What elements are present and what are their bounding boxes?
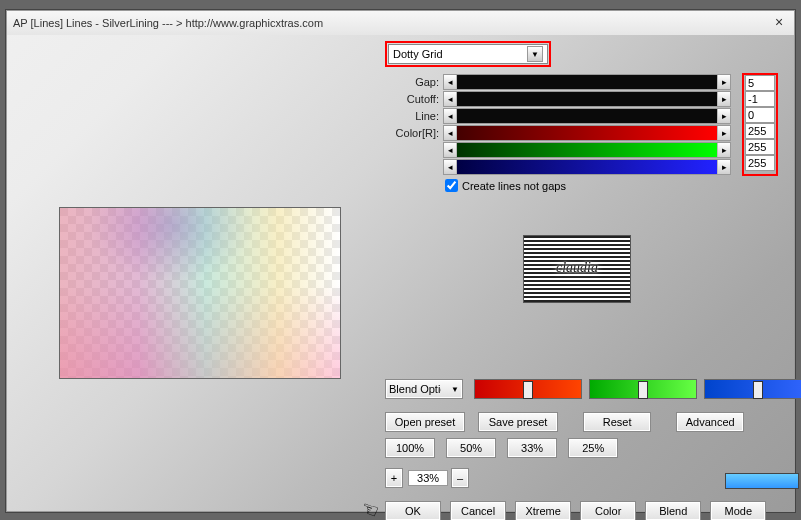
slider-thumb[interactable] [638,381,648,399]
value-color-r[interactable]: 255 [745,123,775,139]
arrow-right-icon[interactable]: ▸ [717,75,730,89]
value-line[interactable]: 0 [745,107,775,123]
pointer-icon: ☞ [357,495,382,520]
zoom-value[interactable]: 33% [408,470,448,486]
zoom-out-button[interactable]: – [451,468,469,488]
slider-color-r[interactable]: ◂ ▸ [443,125,731,141]
save-preset-button[interactable]: Save preset [478,412,558,432]
arrow-right-icon[interactable]: ▸ [717,160,730,174]
color-button[interactable]: Color [580,501,636,520]
slider-thumb[interactable] [753,381,763,399]
zoom-row: + 33% – [385,468,469,488]
pct-50-button[interactable]: 50% [446,438,496,458]
arrow-right-icon[interactable]: ▸ [717,92,730,106]
pct-25-button[interactable]: 25% [568,438,618,458]
blend-options-label: Blend Options [389,383,441,395]
create-lines-checkbox[interactable]: Create lines not gaps [445,179,778,192]
open-preset-button[interactable]: Open preset [385,412,465,432]
chevron-down-icon: ▼ [451,385,459,394]
window-title: AP [Lines] Lines - SilverLining --- > ht… [13,17,323,29]
zoom-in-button[interactable]: + [385,468,403,488]
preset-selected: Dotty Grid [393,48,443,60]
arrow-left-icon[interactable]: ◂ [444,75,457,89]
value-gap[interactable]: 5 [745,75,775,91]
arrow-right-icon[interactable]: ▸ [717,109,730,123]
value-color-g[interactable]: 255 [745,139,775,155]
preset-row: Open preset Save preset Reset Advanced [385,412,744,432]
preset-highlight: Dotty Grid ▼ [385,41,551,67]
values-highlight: 5 -1 0 255 255 255 [742,73,778,176]
label-line: Line: [385,110,439,122]
arrow-left-icon[interactable]: ◂ [444,126,457,140]
blend-options-combo[interactable]: Blend Options ▼ [385,379,463,399]
checkbox-input[interactable] [445,179,458,192]
preset-combo[interactable]: Dotty Grid ▼ [388,44,548,64]
arrow-right-icon[interactable]: ▸ [717,126,730,140]
preview-image [59,207,341,379]
label-color-r: Color[R]: [385,127,439,139]
slider-cutoff[interactable]: ◂ ▸ [443,91,731,107]
xtreme-button[interactable]: Xtreme [515,501,571,520]
slider-gap[interactable]: ◂ ▸ [443,74,731,90]
color-swatch[interactable] [725,473,799,489]
arrow-left-icon[interactable]: ◂ [444,109,457,123]
blend-button[interactable]: Blend [645,501,701,520]
arrow-left-icon[interactable]: ◂ [444,92,457,106]
controls: Dotty Grid ▼ Gap: ◂ ▸ Cutoff: [385,41,778,192]
arrow-right-icon[interactable]: ▸ [717,143,730,157]
mode-button[interactable]: Mode [710,501,766,520]
slider-color-b[interactable]: ◂ ▸ [443,159,731,175]
plugin-window: AP [Lines] Lines - SilverLining --- > ht… [6,10,795,512]
label-cutoff: Cutoff: [385,93,439,105]
cancel-button[interactable]: Cancel [450,501,506,520]
pct-100-button[interactable]: 100% [385,438,435,458]
pct-33-button[interactable]: 33% [507,438,557,458]
close-button[interactable]: × [770,15,788,31]
slider-thumb[interactable] [523,381,533,399]
blend-slider-red[interactable] [474,379,582,399]
arrow-left-icon[interactable]: ◂ [444,160,457,174]
bottom-row: OK Cancel Xtreme Color Blend Mode [385,501,766,520]
titlebar: AP [Lines] Lines - SilverLining --- > ht… [7,11,794,35]
blend-slider-green[interactable] [589,379,697,399]
checkbox-label: Create lines not gaps [462,180,566,192]
value-color-b[interactable]: 255 [745,155,775,171]
label-gap: Gap: [385,76,439,88]
percent-row: 100% 50% 33% 25% [385,438,618,458]
reset-button[interactable]: Reset [583,412,651,432]
chevron-down-icon: ▼ [527,46,543,62]
ok-button[interactable]: OK [385,501,441,520]
content: Dotty Grid ▼ Gap: ◂ ▸ Cutoff: [13,35,788,505]
value-cutoff[interactable]: -1 [745,91,775,107]
slider-line[interactable]: ◂ ▸ [443,108,731,124]
blend-slider-blue[interactable] [704,379,801,399]
slider-color-g[interactable]: ◂ ▸ [443,142,731,158]
watermark: claudia [523,235,631,303]
advanced-button[interactable]: Advanced [676,412,744,432]
watermark-text: claudia [524,260,630,276]
arrow-left-icon[interactable]: ◂ [444,143,457,157]
